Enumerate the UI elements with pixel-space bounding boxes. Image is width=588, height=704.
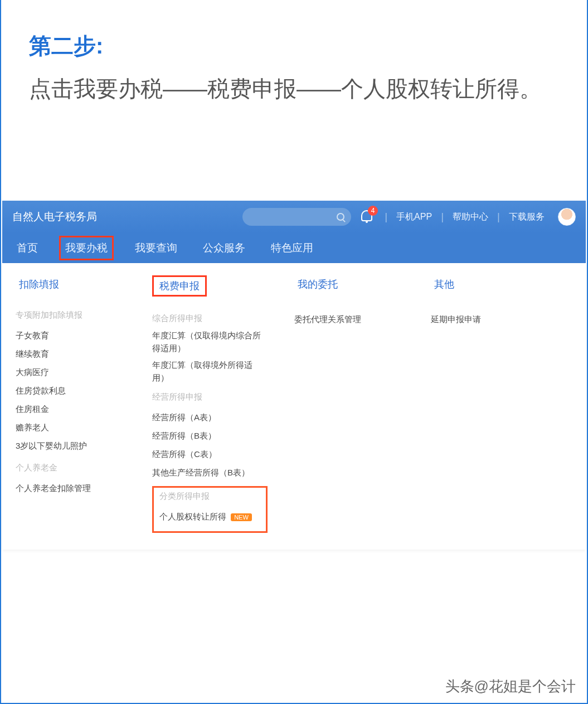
menu-item[interactable]: 其他生产经营所得（B表）: [152, 463, 268, 482]
col-declaration: 税费申报 综合所得申报 年度汇算（仅取得境内综合所得适用） 年度汇算（取得境外所…: [139, 275, 281, 533]
nav-home[interactable]: 首页: [12, 237, 42, 259]
link-mobile-app[interactable]: 手机APP: [396, 211, 432, 223]
highlighted-group: 分类所得申报 个人股权转让所得 NEW: [152, 486, 268, 533]
separator: |: [497, 211, 500, 223]
menu-item[interactable]: 大病医疗: [16, 363, 125, 381]
group-title: 分类所得申报: [159, 491, 260, 502]
menu-item[interactable]: 赡养老人: [16, 418, 125, 436]
nav-query[interactable]: 我要查询: [130, 237, 182, 259]
menu-item[interactable]: 延期申报申请: [431, 310, 538, 328]
col-delegation: 我的委托 委托代理关系管理: [281, 275, 417, 533]
group-title: 综合所得申报: [152, 313, 268, 324]
menu-item[interactable]: 年度汇算（取得境外所得适用）: [152, 359, 264, 384]
new-badge: NEW: [231, 513, 252, 521]
search-icon: [337, 213, 344, 221]
col-deduction: 扣除填报 专项附加扣除填报 子女教育 继续教育 大病医疗 住房贷款利息 住房租金…: [2, 275, 139, 533]
mega-menu: 扣除填报 专项附加扣除填报 子女教育 继续教育 大病医疗 住房贷款利息 住房租金…: [2, 263, 586, 550]
nav-feature[interactable]: 特色应用: [266, 237, 318, 259]
menu-item[interactable]: 住房租金: [16, 400, 125, 418]
bell-badge: 4: [368, 206, 378, 216]
group-title: 个人养老金: [16, 463, 125, 473]
menu-item[interactable]: 经营所得（B表）: [152, 426, 268, 445]
separator: |: [385, 211, 387, 223]
step-title: 第二步:: [29, 31, 559, 61]
col-other: 其他 延期申报申请: [417, 275, 551, 533]
tax-app-window: 自然人电子税务局 4 | 手机APP | 帮助中心 | 下载服务 首页 我要办税…: [2, 201, 586, 550]
notification-bell[interactable]: 4: [361, 210, 373, 224]
search-input[interactable]: [242, 208, 351, 226]
menu-item[interactable]: 子女教育: [16, 326, 125, 344]
menu-item[interactable]: 继续教育: [16, 344, 125, 363]
top-bar: 自然人电子税务局 4 | 手机APP | 帮助中心 | 下载服务: [2, 201, 586, 233]
instruction-block: 第二步: 点击我要办税——税费申报——个人股权转让所得。: [1, 0, 587, 128]
brand-title: 自然人电子税务局: [12, 210, 97, 224]
group-title: 专项附加扣除填报: [16, 310, 125, 321]
nav-tax[interactable]: 我要办税: [59, 236, 114, 260]
menu-item[interactable]: 年度汇算（仅取得境内综合所得适用）: [152, 329, 264, 355]
source-caption: 头条@花姐是个会计: [445, 677, 576, 696]
col-header-declaration[interactable]: 税费申报: [152, 275, 207, 297]
col-header-delegation[interactable]: 我的委托: [294, 275, 341, 293]
col-header-deduction[interactable]: 扣除填报: [16, 275, 62, 293]
avatar[interactable]: [558, 208, 576, 226]
separator: |: [441, 211, 444, 223]
link-help-center[interactable]: 帮助中心: [453, 211, 488, 223]
menu-item[interactable]: 委托代理关系管理: [294, 310, 404, 328]
link-download-service[interactable]: 下载服务: [509, 211, 545, 223]
menu-item[interactable]: 经营所得（C表）: [152, 445, 268, 463]
menu-item-label: 个人股权转让所得: [159, 512, 226, 521]
group-title: 经营所得申报: [152, 392, 268, 402]
menu-item[interactable]: 3岁以下婴幼儿照护: [16, 436, 125, 455]
nav-bar: 首页 我要办税 我要查询 公众服务 特色应用: [2, 233, 586, 263]
menu-item-equity-transfer[interactable]: 个人股权转让所得 NEW: [159, 507, 260, 526]
menu-item[interactable]: 个人养老金扣除管理: [16, 479, 125, 497]
col-header-other[interactable]: 其他: [431, 275, 458, 293]
step-description: 点击我要办税——税费申报——个人股权转让所得。: [29, 71, 559, 106]
nav-public[interactable]: 公众服务: [198, 237, 250, 259]
menu-item[interactable]: 经营所得（A表）: [152, 408, 268, 426]
menu-item[interactable]: 住房贷款利息: [16, 381, 125, 400]
